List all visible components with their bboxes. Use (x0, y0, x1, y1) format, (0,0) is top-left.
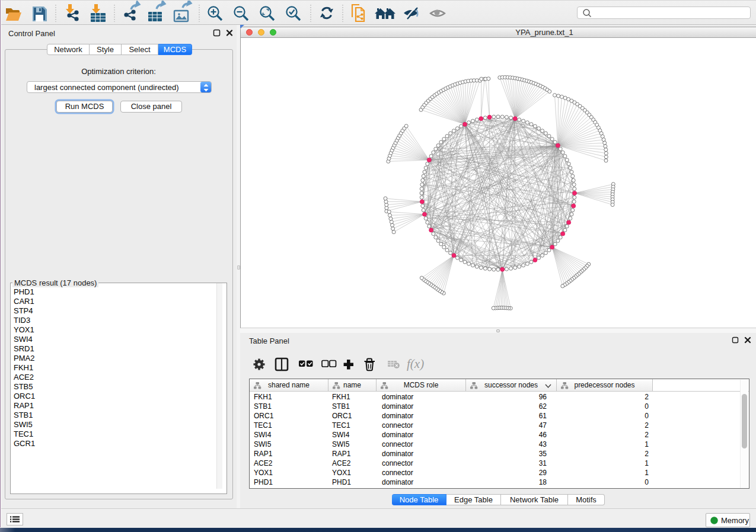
svg-text:f(x): f(x) (407, 357, 424, 371)
